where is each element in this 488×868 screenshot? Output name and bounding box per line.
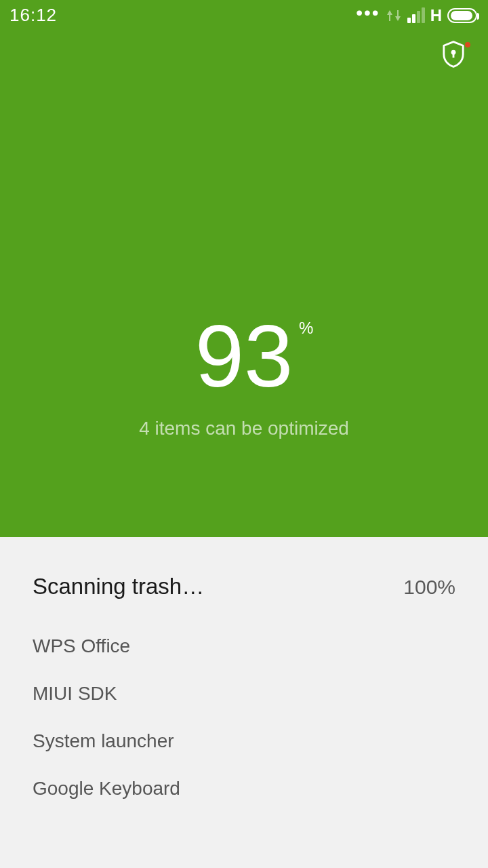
svg-rect-1 bbox=[453, 54, 455, 58]
score-subtitle: 4 items can be optimized bbox=[0, 418, 488, 439]
scan-panel: Scanning trash… 100% WPS Office MIUI SDK… bbox=[0, 537, 488, 868]
battery-icon bbox=[447, 8, 477, 23]
list-item: MIUI SDK bbox=[33, 670, 455, 717]
list-item: System launcher bbox=[33, 717, 455, 765]
score-value: 93 bbox=[195, 307, 293, 406]
notification-dot-icon bbox=[465, 42, 470, 47]
score-unit: % bbox=[299, 320, 313, 336]
signal-icon bbox=[407, 7, 425, 23]
list-item: Google Keyboard bbox=[33, 765, 455, 812]
data-transfer-icon bbox=[386, 9, 402, 22]
scan-percent: 100% bbox=[403, 576, 455, 599]
scan-title: Scanning trash… bbox=[33, 574, 204, 599]
status-bar: 16:12 ••• H bbox=[0, 0, 488, 31]
clock: 16:12 bbox=[9, 5, 57, 26]
security-shield-button[interactable] bbox=[442, 41, 465, 71]
list-item: WPS Office bbox=[33, 623, 455, 670]
optimization-score: 93% bbox=[195, 312, 293, 400]
score-panel: 93% 4 items can be optimized bbox=[0, 0, 488, 537]
shield-keyhole-icon bbox=[442, 41, 465, 68]
network-type: H bbox=[430, 6, 442, 25]
